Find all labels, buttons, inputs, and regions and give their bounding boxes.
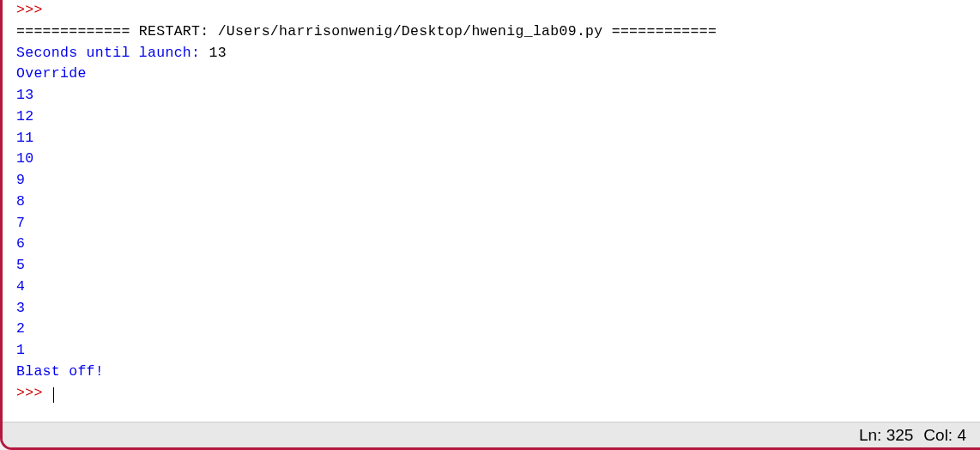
output-line: 13	[16, 85, 973, 106]
restart-banner: ============= RESTART: /Users/harrisonwe…	[16, 21, 973, 43]
idle-shell-window: >>> ============= RESTART: /Users/harris…	[0, 0, 980, 450]
python-prompt: >>>	[16, 385, 51, 401]
text-cursor	[53, 387, 54, 403]
input-line: Seconds until launch: 13	[16, 43, 973, 64]
status-bar: Ln: 325 Col: 4	[3, 422, 980, 447]
output-line: 5	[16, 255, 973, 277]
prompt-line-top: >>>	[16, 0, 973, 21]
output-line: Blast off!	[16, 362, 973, 383]
output-line: 6	[16, 234, 973, 255]
output-line: Override	[16, 64, 973, 85]
line-indicator: Ln: 325	[859, 426, 913, 445]
column-indicator: Col: 4	[923, 426, 966, 445]
output-line: 7	[16, 213, 973, 234]
python-prompt: >>>	[16, 2, 51, 18]
console-output-area[interactable]: >>> ============= RESTART: /Users/harris…	[3, 0, 980, 422]
output-line: 12	[16, 106, 973, 128]
line-number: 325	[886, 426, 914, 444]
input-prompt-text: Seconds until launch:	[16, 45, 209, 61]
output-line: 1	[16, 340, 973, 362]
output-line: 2	[16, 319, 973, 340]
user-input-value: 13	[209, 45, 226, 61]
output-line: 11	[16, 128, 973, 149]
restart-suffix: ============	[603, 23, 717, 40]
output-line: 9	[16, 170, 973, 192]
output-line: 3	[16, 298, 973, 319]
col-label: Col:	[923, 426, 957, 444]
prompt-line-bottom[interactable]: >>>	[16, 383, 973, 404]
col-number: 4	[957, 426, 966, 444]
output-line: 10	[16, 149, 973, 170]
output-line: 8	[16, 192, 973, 213]
output-line: 4	[16, 277, 973, 298]
restart-prefix: ============= RESTART:	[16, 23, 218, 40]
restart-file-path: /Users/harrisonwenig/Desktop/hwenig_lab0…	[218, 23, 603, 40]
line-label: Ln:	[859, 426, 886, 444]
